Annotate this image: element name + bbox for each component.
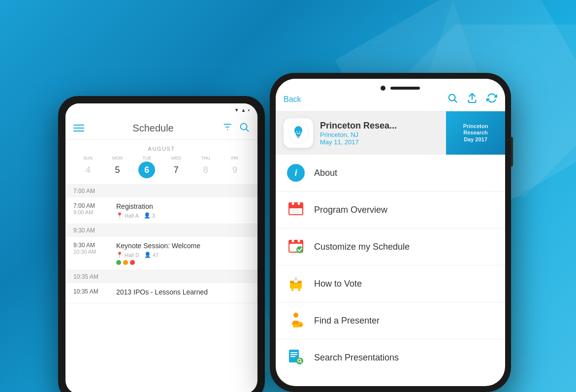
hamburger-line (73, 125, 84, 126)
customize-label: Customize my Schedule (314, 242, 410, 252)
android-screen: ▼ ▲ ▪ Schedule (65, 103, 257, 392)
svg-rect-9 (297, 136, 300, 137)
vote-icon-wrapper (286, 273, 306, 294)
presenter-label: Find a Presenter (314, 316, 380, 326)
share-button[interactable] (467, 93, 478, 106)
day-sun[interactable]: SUN 4 (80, 156, 96, 178)
start-time-keynote: 9:30 AM (73, 242, 110, 249)
menu-item-vote[interactable]: How to Vote (276, 265, 505, 302)
person-icon-keynote: 👤 (144, 252, 151, 258)
schedule-time: 7:00 AM 9:00 AM (73, 202, 110, 219)
iphone-notch-bar (276, 79, 505, 88)
svg-point-28 (292, 202, 294, 205)
filter-icon[interactable] (222, 122, 233, 134)
svg-rect-50 (290, 352, 297, 353)
location-icon: 📍 (116, 212, 123, 219)
iphone-camera (381, 86, 385, 91)
day-thu[interactable]: THU 8 (197, 156, 214, 178)
menu-item-customize[interactable]: Customize my Schedule (276, 229, 505, 265)
back-button[interactable]: Back (284, 95, 301, 104)
search-button-android[interactable] (239, 122, 250, 134)
day-fri[interactable]: FRI 9 (226, 156, 243, 178)
svg-line-4 (246, 129, 249, 131)
search-presentations-icon (287, 348, 305, 367)
schedule-item-registration[interactable]: 7:00 AM 9:00 AM Registration 📍 Hall A 👤 … (65, 197, 257, 224)
svg-text:★: ★ (299, 323, 302, 327)
schedule-details-keynote: Keynote Session: Welcome 📍 Hall D 👤 47 (116, 242, 250, 265)
menu-item-program[interactable]: Program Overview (276, 192, 505, 229)
days-row: SUN 4 MON 5 TUE 6 WED 7 THU 8 (73, 156, 250, 178)
search-button-iphone[interactable] (447, 93, 458, 106)
day-num-mon: 5 (109, 162, 126, 178)
svg-point-15 (299, 131, 300, 132)
time-header-1035: 10:35 AM (65, 270, 257, 283)
day-num-tue: 6 (138, 162, 155, 178)
menu-button[interactable] (73, 125, 84, 131)
location-text-keynote: Hall D (125, 252, 139, 258)
menu-item-about[interactable]: i About (276, 155, 505, 192)
android-status-bar: ▼ ▲ ▪ (65, 103, 257, 117)
menu-list: i About (276, 155, 505, 386)
app-icon-wrapper (284, 118, 313, 148)
banner-image: PrincetonResearchDay 2017 (446, 111, 505, 155)
presenter-icon-wrapper: ★ (286, 310, 306, 331)
session-meta-keynote: 📍 Hall D 👤 47 (116, 252, 250, 258)
about-icon-wrapper: i (286, 163, 306, 183)
iphone-screen: Back (276, 79, 505, 386)
customize-icon-wrapper (286, 236, 306, 257)
svg-rect-51 (290, 354, 297, 355)
session-title: Registration (116, 202, 250, 210)
svg-rect-10 (297, 137, 300, 138)
schedule-item-ipos[interactable]: 10:35 AM 2013 IPOs - Lessons Learned (65, 283, 257, 303)
svg-point-29 (298, 202, 300, 205)
iphone-side-button (511, 137, 513, 166)
svg-rect-27 (288, 204, 303, 206)
day-wed[interactable]: WED 7 (168, 156, 185, 178)
schedule-item-keynote[interactable]: 9:30 AM 10:30 AM Keynote Session: Welcom… (65, 237, 257, 270)
session-meta: 📍 Hall A 👤 3 (116, 212, 250, 219)
menu-item-search[interactable]: Search Presentations (276, 339, 505, 376)
calendar-icon (287, 199, 305, 221)
day-num-thu: 8 (197, 162, 214, 178)
end-time: 9:00 AM (73, 209, 110, 215)
hamburger-line (73, 131, 84, 131)
day-name-thu: THU (201, 156, 210, 161)
signal-icon: ▼ (234, 107, 239, 113)
iphone: Back (270, 73, 511, 392)
attendees-meta-keynote: 👤 47 (144, 252, 159, 258)
dot-red (130, 260, 135, 265)
refresh-button[interactable] (486, 93, 497, 106)
day-name-sun: SUN (83, 156, 93, 161)
person-icon: 👤 (144, 212, 151, 219)
calendar-strip: AUGUST SUN 4 MON 5 TUE 6 WED 7 (65, 140, 257, 185)
svg-point-14 (296, 131, 297, 132)
iphone-header-actions (447, 93, 497, 106)
svg-point-34 (298, 240, 300, 242)
time-header-930: 9:30 AM (65, 224, 257, 237)
svg-rect-31 (288, 242, 303, 244)
wifi-icon: ▲ (241, 107, 246, 113)
dot-orange (123, 260, 128, 265)
svg-rect-41 (294, 277, 298, 283)
attendees-count-keynote: 47 (153, 252, 159, 258)
day-name-fri: FRI (231, 156, 239, 161)
svg-point-45 (293, 313, 298, 318)
day-name-wed: WED (171, 156, 181, 161)
svg-point-53 (296, 358, 303, 364)
attendees-meta: 👤 3 (144, 212, 155, 219)
day-mon[interactable]: MON 5 (109, 156, 126, 178)
android-title: Schedule (132, 123, 173, 134)
day-num-wed: 7 (168, 162, 185, 178)
month-label: AUGUST (73, 146, 250, 152)
search-presentations-label: Search Presentations (314, 353, 399, 363)
location-text: Hall A (125, 213, 139, 219)
day-tue[interactable]: TUE 6 (138, 156, 155, 178)
program-icon-wrapper (286, 199, 306, 220)
menu-item-presenter[interactable]: ★ Find a Presenter (276, 302, 505, 339)
vote-label: How to Vote (314, 279, 362, 289)
svg-point-33 (292, 240, 294, 242)
battery-icon: ▪ (248, 107, 250, 113)
android-header-actions (222, 122, 250, 134)
day-name-tue: TUE (142, 156, 151, 161)
app-banner: Princeton Resea... Princeton, NJ May 11,… (276, 111, 505, 155)
